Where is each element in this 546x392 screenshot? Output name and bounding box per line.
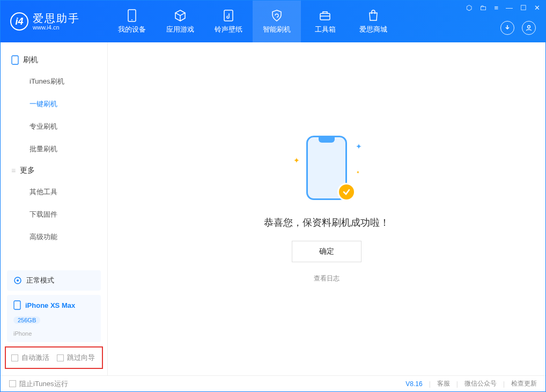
user-button[interactable]	[522, 21, 536, 35]
sidebar-section-flash: 刷机	[1, 50, 107, 70]
app-body: 刷机 iTunes刷机 一键刷机 专业刷机 批量刷机 ≡ 更多 其他工具 下载固…	[1, 42, 545, 375]
wechat-link[interactable]: 微信公众号	[464, 379, 497, 388]
version-label: V8.16	[405, 380, 422, 388]
sidebar-item-pro[interactable]: 专业刷机	[1, 115, 107, 138]
toolbox-icon	[318, 9, 332, 23]
sidebar-section-more: ≡ 更多	[1, 160, 107, 181]
status-bar: 阻止iTunes运行 V8.16 | 客服 | 微信公众号 | 检查更新	[1, 375, 545, 391]
success-illustration: ✦ ✦ ✦	[294, 135, 359, 204]
bag-icon	[366, 9, 380, 23]
sidebar-item-itunes[interactable]: iTunes刷机	[1, 70, 107, 93]
nav-toolbox[interactable]: 工具箱	[301, 1, 349, 42]
device-capacity: 256GB	[13, 316, 40, 324]
sidebar-item-advanced[interactable]: 高级功能	[1, 226, 107, 248]
update-link[interactable]: 检查更新	[511, 379, 537, 388]
sidebar-item-firmware[interactable]: 下载固件	[1, 203, 107, 226]
device-card[interactable]: iPhone XS Max 256GB iPhone	[7, 295, 101, 342]
shield-refresh-icon	[270, 9, 284, 23]
sidebar: 刷机 iTunes刷机 一键刷机 专业刷机 批量刷机 ≡ 更多 其他工具 下载固…	[1, 42, 108, 375]
nav-flash[interactable]: 智能刷机	[253, 1, 301, 42]
phone-icon	[13, 300, 21, 310]
support-link[interactable]: 客服	[437, 379, 450, 388]
menu-icon[interactable]: ≡	[494, 4, 498, 12]
lock-icon[interactable]: 🗀	[479, 4, 486, 12]
svg-rect-3	[320, 13, 330, 20]
brand-url: www.i4.cn	[33, 24, 80, 31]
nav-apps-games[interactable]: 应用游戏	[156, 1, 204, 42]
sidebar-bottom: 正常模式 iPhone XS Max 256GB iPhone 自动激活 跳过向…	[1, 266, 107, 375]
block-itunes-checkbox[interactable]: 阻止iTunes运行	[9, 379, 68, 389]
phone-icon	[11, 55, 19, 65]
device-icon	[125, 9, 139, 23]
sidebar-item-batch[interactable]: 批量刷机	[1, 138, 107, 160]
app-header: i4 爱思助手 www.i4.cn 我的设备 应用游戏 铃声壁纸 智能刷机 工具…	[1, 1, 545, 42]
svg-rect-2	[224, 10, 233, 21]
download-button[interactable]	[500, 21, 514, 35]
music-file-icon	[222, 9, 235, 23]
shirt-icon[interactable]: ⬡	[466, 4, 472, 12]
view-log-link[interactable]: 查看日志	[314, 274, 340, 283]
auto-activate-checkbox[interactable]: 自动激活	[11, 353, 49, 363]
header-actions	[500, 21, 536, 35]
logo-area: i4 爱思助手 www.i4.cn	[1, 12, 108, 31]
main-content: ✦ ✦ ✦ 恭喜您，保资料刷机成功啦！ 确定 查看日志	[108, 42, 545, 375]
cube-icon	[173, 9, 187, 23]
svg-point-5	[528, 26, 530, 28]
list-icon: ≡	[11, 166, 16, 175]
logo-text: 爱思助手 www.i4.cn	[33, 12, 80, 31]
logo-icon: i4	[10, 12, 28, 31]
svg-point-1	[131, 19, 132, 20]
checkmark-icon	[337, 183, 356, 201]
success-message: 恭喜您，保资料刷机成功啦！	[264, 216, 389, 229]
device-type: iPhone	[13, 330, 32, 337]
nav-my-device[interactable]: 我的设备	[108, 1, 156, 42]
device-name: iPhone XS Max	[25, 301, 75, 309]
main-nav: 我的设备 应用游戏 铃声壁纸 智能刷机 工具箱 爱思商城	[108, 1, 397, 42]
minimize-button[interactable]: —	[506, 4, 513, 12]
maximize-button[interactable]: ☐	[520, 4, 527, 12]
skip-guide-checkbox[interactable]: 跳过向导	[57, 353, 95, 363]
nav-store[interactable]: 爱思商城	[349, 1, 397, 42]
mode-card[interactable]: 正常模式	[7, 270, 101, 291]
svg-rect-6	[12, 56, 18, 64]
nav-ringtones[interactable]: 铃声壁纸	[204, 1, 253, 42]
sidebar-item-onekey[interactable]: 一键刷机	[1, 93, 107, 115]
sidebar-item-other[interactable]: 其他工具	[1, 181, 107, 203]
close-button[interactable]: ✕	[534, 4, 540, 12]
svg-rect-9	[14, 301, 20, 309]
svg-point-8	[17, 279, 19, 282]
brand-name: 爱思助手	[33, 12, 80, 24]
highlighted-options: 自动激活 跳过向导	[5, 346, 103, 369]
refresh-icon	[13, 276, 22, 285]
confirm-button[interactable]: 确定	[292, 241, 361, 262]
window-controls: ⬡ 🗀 ≡ — ☐ ✕	[466, 4, 540, 12]
